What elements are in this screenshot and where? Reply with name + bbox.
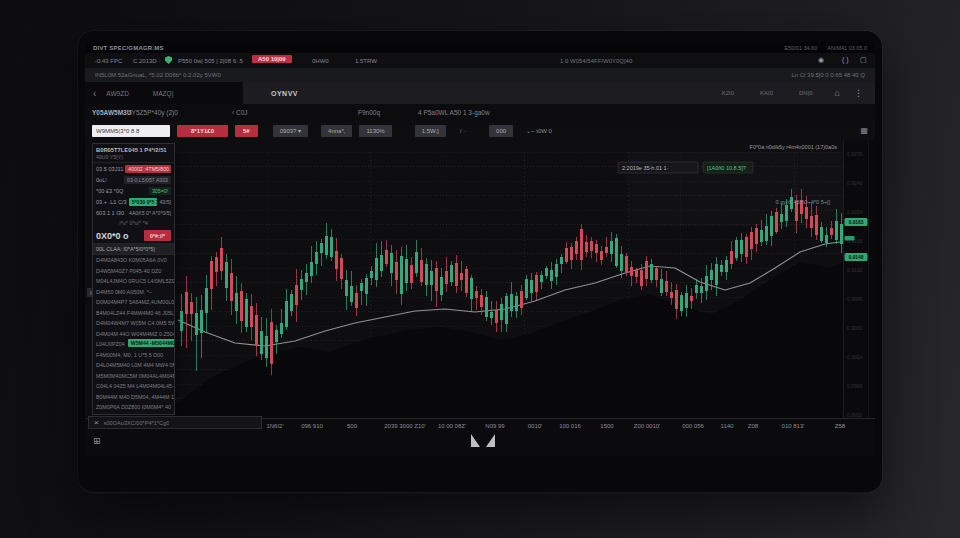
- info-item-2[interactable]: F9n00q: [358, 109, 380, 116]
- list-item[interactable]: B4M04LZ44 F4MW4M0 46 J05L: [93, 308, 174, 319]
- toolbar-button-3[interactable]: 1.5W.]: [415, 125, 446, 137]
- quote-row: 603.1 1 I30 4A0K5 0* A*0*0/5]: [93, 207, 174, 218]
- tab-right-item-1[interactable]: K2I0: [722, 90, 734, 96]
- quote-badge-sell[interactable]: 40002 :4TM5/800: [125, 165, 171, 173]
- list-item[interactable]: M5M0M40MC5M 0M04AL4M04M5 0ML0: [93, 371, 174, 382]
- panel-header: B0R05T7LE045 1 P4*/2/51: [93, 144, 174, 154]
- home-icon[interactable]: ⌂: [835, 88, 840, 98]
- list-item[interactable]: D4L04M5M40 L0M 4M4 MW4 0M05]: [93, 360, 174, 371]
- svg-text:0.9148: 0.9148: [849, 255, 864, 260]
- time-tick-label: 010 813': [782, 423, 805, 429]
- candlestick-chart[interactable]: F0*0a n0dik5y r4m4x0001 (17)0a0s2:2019e …: [85, 140, 875, 418]
- timeframe-dropdown[interactable]: 0903? ▾: [273, 125, 308, 137]
- toolbar-button-1[interactable]: 4nna*,: [321, 125, 352, 137]
- list-item[interactable]: D4M04M 44O W04M4MZ 0.Z5045]: [93, 329, 174, 340]
- svg-text:[1A0ñ0 10.8.5]?: [1A0ñ0 10.8.5]?: [707, 165, 746, 171]
- list-item[interactable]: Z0M0P6A D0Z800 I0M0M4*.40: [93, 402, 174, 413]
- list-item[interactable]: F4M00M4, M0, 1 U*5 5 D00: [93, 350, 174, 361]
- symbol-name: Y05AW5M3U: [92, 109, 131, 116]
- tab-group-left: ‹ AW9ZD MAZQ|: [85, 82, 243, 104]
- tab-right-item-3[interactable]: DN|0: [799, 90, 813, 96]
- quote-label: 0oL!: [96, 177, 107, 183]
- symbol-search-input[interactable]: [92, 125, 170, 137]
- panel-footer[interactable]: × s00OAu3XC/00*P4*1*Cg0: [88, 416, 262, 429]
- title-right-info-2: AN/M41 03 05.0: [827, 45, 867, 51]
- toolbar-button-4[interactable]: / ··: [453, 125, 474, 137]
- symbol-info-row: Y05AW5M3U 5Y5Z5P*40y (2)0 ‹ C0J F9n00q 4…: [85, 104, 875, 121]
- quote-hint: I*u* 0*u/* *4: [93, 218, 174, 228]
- list-item[interactable]: D4M0A843O K0M05A6A 0V0: [93, 255, 174, 266]
- toolbar-button-5[interactable]: 000: [489, 125, 513, 137]
- indicator-toggle[interactable]: ⌄~ t0W 0: [526, 127, 552, 134]
- menu-item-2[interactable]: 1.5TRW: [355, 58, 377, 64]
- menu-item-1[interactable]: 0HW0: [312, 58, 329, 64]
- tab-mazq[interactable]: MAZQ|: [153, 90, 173, 97]
- window-title: DIVT SPEC/GMAGR.MS: [93, 45, 164, 51]
- time-tick-label: 2039 3000 Z10': [384, 423, 426, 429]
- tab-active[interactable]: OYNVV: [271, 90, 298, 97]
- window-icon[interactable]: ▢: [860, 56, 867, 64]
- list-item[interactable]: D4M50 0M0 A050M, *--: [93, 287, 174, 298]
- list-item[interactable]: L04U0PZ04W5M44 -M5044M0M40M: [93, 339, 174, 350]
- quote-badge-buy[interactable]: 5*030 0*5 1: [129, 198, 158, 206]
- time-tick-label: 1N6I2': [266, 423, 283, 429]
- quote-change: -0.43 FPC: [95, 58, 122, 64]
- back-arrow-icon[interactable]: ‹: [93, 88, 96, 99]
- menu-bar: -0.43 FPC C.2013D · P550 0w| 505 | 2|08 …: [85, 53, 875, 68]
- time-tick-label: Z58: [835, 423, 845, 429]
- status-text: IN5L0M 52aGnoaL, *5.02 D06b* 0.2.02y 5VW…: [95, 72, 221, 78]
- tab-group-active: OYNVV K2I0 KAI0 DN|0 ⌂ ⋮: [243, 82, 875, 104]
- tab-right-item-2[interactable]: KAI0: [760, 90, 773, 96]
- highlight-chip: W5M44 -M5044M0M40M: [128, 339, 174, 347]
- overflow-menu-icon[interactable]: ⋮: [854, 88, 863, 98]
- svg-text:0.9276: 0.9276: [847, 151, 863, 157]
- list-item[interactable]: D0M04M4P7 5A64MZ,4UM00L0: [93, 297, 174, 308]
- pin-icon[interactable]: ◉: [818, 56, 824, 64]
- grid-view-icon[interactable]: ⊞: [93, 436, 101, 446]
- svg-text:0.9024: 0.9024: [847, 354, 863, 360]
- list-item[interactable]: D4M04W4M7 W05M C4.0M5 5W: [93, 318, 174, 329]
- quote-row: *00 £3 *0Q 305=0!: [93, 185, 174, 196]
- time-tick-label: 000 056: [682, 423, 704, 429]
- status-bar: IN5L0M 52aGnoaL, *5.02 D06b* 0.2.02y 5VW…: [85, 68, 875, 82]
- symbol-desc: 5Y5Z5P*40y (2)0: [128, 109, 178, 116]
- chart-area[interactable]: F0*0a n0dik5y r4m4x0001 (17)0a0s2:2019e …: [85, 140, 875, 418]
- tab-awazd[interactable]: AW9ZD: [106, 90, 129, 97]
- quote-extra: 43/5]: [159, 199, 171, 205]
- info-item-1[interactable]: ‹ C0J: [232, 109, 248, 116]
- sell-button[interactable]: 8*1Y1£0: [177, 125, 228, 137]
- list-title[interactable]: 00L CLAA: I0*A*5/0*0*5]: [93, 244, 174, 255]
- brackets-icon[interactable]: ( ): [842, 56, 849, 63]
- panel-sell-button[interactable]: 0*#://*: [144, 230, 171, 241]
- list-item[interactable]: C04L4 04Z5 M4 L4M04M04L45 4M05]: [93, 381, 174, 392]
- quote-label: 603.1 1 I30: [96, 210, 124, 216]
- time-tick-label: 100 016: [559, 423, 581, 429]
- status-tools: Ln Cl 39.5|0 0 0.65 48 40 Q: [791, 72, 865, 78]
- time-tick-label: 500: [347, 423, 357, 429]
- session-info: P550 0w| 505 | 2|08 6:.5: [178, 58, 243, 64]
- time-tick-label: N09 99: [485, 423, 504, 429]
- svg-text:0.9183: 0.9183: [849, 220, 864, 225]
- close-icon[interactable]: ×: [94, 419, 99, 427]
- list-item[interactable]: B0M44M M40 D5M04,.4M44M 1(0M5]: [93, 392, 174, 403]
- time-tick-label: Z00 0010': [634, 423, 661, 429]
- sell-small-button[interactable]: 5#: [235, 125, 258, 137]
- toolbar-button-2[interactable]: 1130%: [359, 125, 391, 137]
- tab-bar: ‹ AW9ZD MAZQ| OYNVV K2I0 KAI0 DN|0 ⌂ ⋮: [85, 82, 875, 104]
- layout-grid-icon[interactable]: ▦: [860, 126, 868, 135]
- alert-badge[interactable]: A50 10|09: [252, 55, 292, 63]
- list-item[interactable]: D4W5M40Z7 P045-40 DZ0: [93, 266, 174, 277]
- scroll-arrows[interactable]: [385, 433, 575, 451]
- quote-badge: 03-0.L5/057 A303: [124, 176, 171, 184]
- last-price: 0X0*0 o: [96, 231, 129, 241]
- time-tick-label: 1140: [721, 423, 734, 429]
- list-item[interactable]: M04L4JM4O 0RUC5 L4/0ML5Z0: [93, 276, 174, 287]
- svg-text:F0*0a n0dik5y r4m4x0001 (: F0*0a n0dik5y r4m4x0001 (17)0a0s: [750, 144, 838, 150]
- time-tick-label: Z08: [748, 423, 758, 429]
- left-triangle-icon: [471, 434, 480, 447]
- svg-text:0.9204: 0.9204: [847, 209, 863, 215]
- account-info: 1 0 W054/54FF/W0Y0Q|40: [560, 58, 632, 64]
- quote-label: 03.5 03J11: [96, 166, 123, 172]
- trading-app-screen: DIVT SPEC/GMAGR.MS E50/01 34.60 AN/M41 0…: [85, 42, 875, 456]
- quote-label: 03.+ .L1 C/3: [96, 199, 127, 205]
